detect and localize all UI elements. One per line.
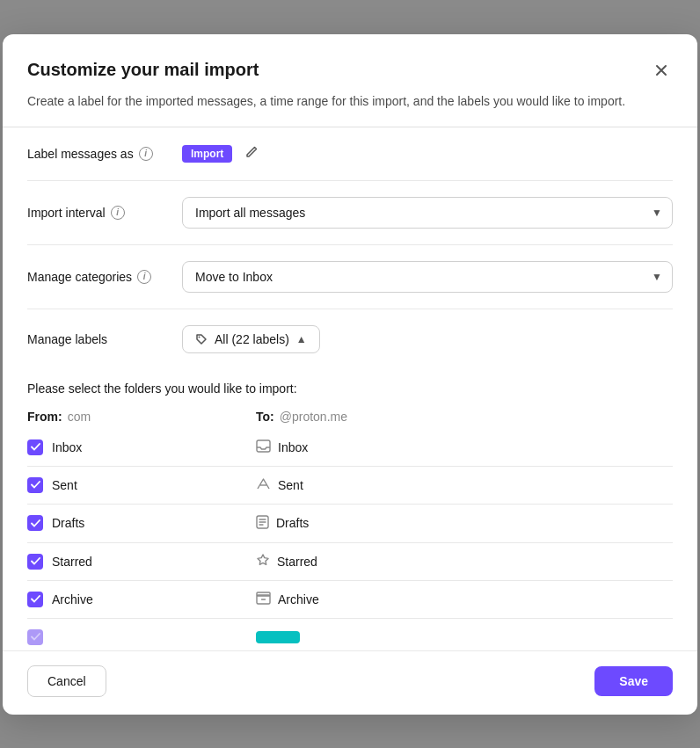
modal-title: Customize your mail import — [27, 60, 259, 80]
archive-icon — [256, 592, 271, 607]
manage-labels-row: Manage labels All (22 labels) ▲ — [27, 309, 673, 369]
modal: Customize your mail import Create a labe… — [3, 34, 697, 715]
folder-name-starred-to: Starred — [277, 555, 317, 569]
folder-from-starred: Starred — [27, 554, 256, 570]
checkbox-sent[interactable] — [27, 477, 43, 493]
star-icon — [256, 554, 270, 570]
manage-labels-value: All (22 labels) — [215, 332, 289, 346]
header-to-label: To: — [256, 410, 274, 424]
manage-labels-arrow-icon: ▲ — [296, 333, 307, 345]
import-interval-select[interactable]: Import all messages Last 3 months Last 6… — [182, 197, 673, 229]
form-section: Label messages as i Import Import interv… — [3, 127, 697, 369]
folder-from-sent: Sent — [27, 477, 256, 493]
manage-categories-label: Manage categories i — [27, 270, 168, 284]
folder-to-inbox: Inbox — [256, 439, 673, 455]
modal-footer: Cancel Save — [3, 650, 697, 715]
folders-prompt: Please select the folders you would like… — [27, 369, 673, 404]
header-from-label: From: — [27, 410, 62, 424]
partial-badge — [256, 631, 300, 643]
import-interval-label: Import interval i — [27, 206, 168, 220]
folder-from-drafts: Drafts — [27, 515, 256, 531]
folder-name-archive-from: Archive — [52, 592, 93, 606]
import-interval-info-icon: i — [111, 206, 125, 220]
folder-name-sent-from: Sent — [52, 478, 77, 492]
checkbox-drafts[interactable] — [27, 515, 43, 531]
import-interval-row: Import interval i Import all messages La… — [27, 181, 673, 245]
folder-from-inbox: Inbox — [27, 439, 256, 455]
folder-to-partial — [256, 631, 673, 643]
label-messages-value: Import — [182, 143, 262, 164]
folder-name-inbox-to: Inbox — [278, 440, 308, 454]
label-messages-info-icon: i — [139, 147, 153, 161]
folder-row-inbox: Inbox Inbox — [27, 429, 673, 467]
manage-categories-select[interactable]: Move to Inbox Move to Archive Label only — [182, 261, 673, 293]
folders-header: From: com To: @proton.me — [27, 404, 673, 429]
manage-labels-area: All (22 labels) ▲ — [182, 325, 320, 353]
tag-icon — [195, 333, 208, 345]
svg-rect-4 — [257, 592, 270, 596]
manage-categories-row: Manage categories i Move to Inbox Move t… — [27, 245, 673, 309]
import-badge: Import — [182, 145, 232, 163]
close-button[interactable] — [650, 59, 673, 82]
folder-row-drafts: Drafts Drafts — [27, 505, 673, 543]
folder-name-starred-from: Starred — [52, 555, 92, 569]
drafts-icon — [256, 515, 269, 532]
import-interval-select-wrapper: Import all messages Last 3 months Last 6… — [182, 197, 673, 229]
checkbox-starred[interactable] — [27, 554, 43, 570]
label-messages-row: Label messages as i Import — [27, 127, 673, 181]
label-messages-label: Label messages as i — [27, 147, 168, 161]
folder-row-partial — [27, 619, 673, 650]
manage-categories-select-wrapper: Move to Inbox Move to Archive Label only… — [182, 261, 673, 293]
modal-description: Create a label for the imported messages… — [3, 92, 697, 127]
folder-to-starred: Starred — [256, 554, 673, 570]
folder-name-inbox-from: Inbox — [52, 440, 82, 454]
folder-name-drafts-from: Drafts — [52, 516, 84, 530]
sent-icon — [256, 477, 271, 493]
folder-row-archive: Archive Archive — [27, 581, 673, 619]
folders-section: Please select the folders you would like… — [3, 369, 697, 650]
folder-name-archive-to: Archive — [278, 592, 319, 606]
modal-header: Customize your mail import — [3, 34, 697, 92]
edit-label-button[interactable] — [241, 143, 262, 164]
folder-to-archive: Archive — [256, 592, 673, 607]
checkbox-partial[interactable] — [27, 629, 43, 645]
folder-row-sent: Sent Sent — [27, 467, 673, 505]
folder-to-sent: Sent — [256, 477, 673, 493]
header-to-domain: @proton.me — [280, 410, 347, 424]
folder-from-archive: Archive — [27, 592, 256, 607]
header-from-domain: com — [68, 410, 91, 424]
folder-from-partial — [27, 629, 256, 645]
cancel-button[interactable]: Cancel — [27, 665, 106, 697]
folder-row-starred: Starred Starred — [27, 543, 673, 581]
svg-point-0 — [199, 336, 201, 338]
modal-overlay: Customize your mail import Create a labe… — [0, 0, 700, 748]
folder-name-sent-to: Sent — [278, 478, 303, 492]
folders-list: Inbox Inbox Sent — [27, 429, 673, 650]
checkbox-inbox[interactable] — [27, 439, 43, 455]
manage-labels-button[interactable]: All (22 labels) ▲ — [182, 325, 320, 353]
checkbox-archive[interactable] — [27, 592, 43, 607]
save-button[interactable]: Save — [594, 666, 673, 696]
manage-labels-label: Manage labels — [27, 332, 168, 346]
svg-rect-1 — [257, 440, 270, 452]
folder-name-drafts-to: Drafts — [276, 516, 309, 530]
folder-to-drafts: Drafts — [256, 515, 673, 532]
inbox-icon — [256, 439, 271, 455]
manage-categories-info-icon: i — [137, 270, 151, 284]
